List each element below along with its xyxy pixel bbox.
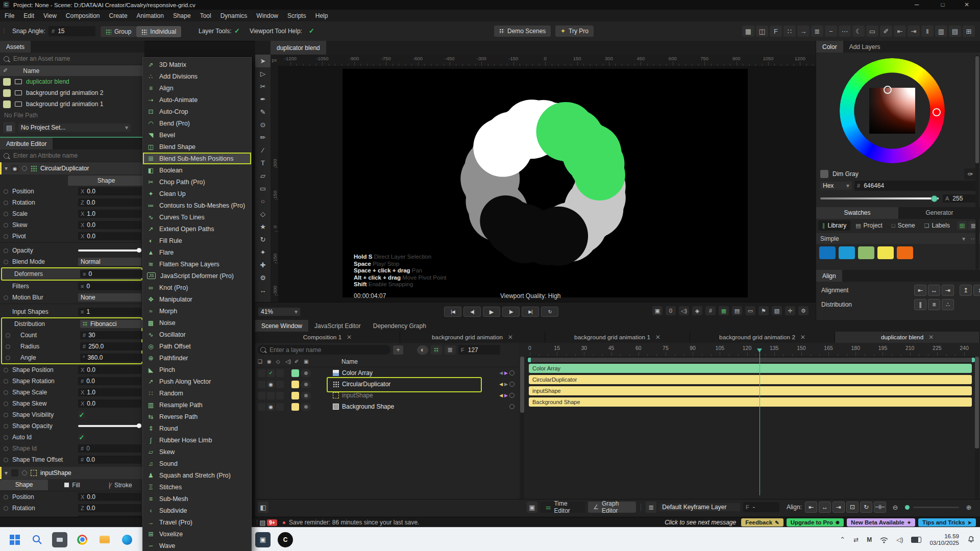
menu-item-sub-mesh[interactable]: ≡Sub-Mesh: [143, 493, 251, 505]
menu-item-auto-animate[interactable]: ⇢Auto-Animate: [143, 94, 251, 106]
rows-icon[interactable]: ▤: [949, 26, 961, 37]
attr-slider-shape-opacity[interactable]: [78, 425, 141, 427]
menu-tool[interactable]: Tool: [195, 10, 216, 21]
align-right-icon[interactable]: ⇥: [908, 26, 920, 37]
menu-item-knot-pro[interactable]: ∞Knot (Pro): [143, 282, 251, 293]
align-button-1[interactable]: ↔: [928, 285, 940, 296]
attr-field-shape-skew[interactable]: X0.0: [78, 399, 141, 408]
layer-visibility-toggle[interactable]: ◉: [267, 403, 275, 411]
grid-small-icon[interactable]: ⊞: [963, 26, 975, 37]
attr-field-rotation[interactable]: Z0.0: [78, 504, 141, 512]
tab-scene-window[interactable]: Scene Window: [255, 320, 308, 332]
panel-toggle-icon[interactable]: ◫: [756, 26, 768, 37]
menu-item-squash-and-stretch-pro[interactable]: ♟Squash and Stretch (Pro): [143, 469, 251, 481]
menu-item-skew[interactable]: ▱Skew: [143, 446, 251, 458]
alpha-field[interactable]: A: [943, 194, 976, 203]
rotate-tool-icon[interactable]: ↻: [255, 233, 271, 246]
composition-canvas[interactable]: Hold S Direct Layer SelectionSpace Play/…: [342, 69, 748, 297]
menu-scripts[interactable]: Scripts: [283, 10, 311, 21]
menu-item-blend-sub-mesh-positions[interactable]: ⊞Blend Sub-Mesh Positions: [143, 153, 251, 164]
messages-icon[interactable]: ▤: [258, 517, 267, 528]
save-reminder-message[interactable]: Save reminder: 86 minutes since your las…: [289, 519, 419, 526]
menu-item-auto-crop[interactable]: ⊡Auto-Crop: [143, 106, 251, 117]
attr-field-shape-time-offset[interactable]: #0.0: [78, 456, 141, 464]
footer-align-button-4[interactable]: ↻: [860, 502, 872, 513]
demo-scenes-button[interactable]: Demo Scenes: [494, 26, 551, 37]
attr-field-rotation[interactable]: Z0.0: [78, 198, 141, 207]
columns-icon[interactable]: ▥: [935, 26, 947, 37]
tab-swatches[interactable]: Swatches: [816, 207, 898, 219]
layer-color-swatch[interactable]: [291, 392, 299, 399]
snap-angle-field[interactable]: #: [48, 26, 95, 36]
message-count-badge[interactable]: 9+: [267, 519, 277, 526]
close-tab-icon[interactable]: ✕: [655, 334, 660, 341]
layer-search[interactable]: [258, 345, 390, 355]
align-left-icon[interactable]: ⇤: [894, 26, 906, 37]
layer-tools-checkbox[interactable]: ✓: [234, 27, 240, 35]
range-start-handle[interactable]: [528, 358, 531, 362]
attribute-search[interactable]: [0, 149, 144, 162]
minimize-button[interactable]: ─: [905, 0, 928, 10]
keyframe-dot[interactable]: [4, 234, 8, 239]
render-icon[interactable]: ▣: [652, 306, 663, 315]
pen-tablet-icon[interactable]: ✐: [880, 26, 892, 37]
polygon-tool-icon[interactable]: ◇: [255, 208, 271, 220]
layer-color-swatch[interactable]: [291, 369, 299, 377]
menu-shape[interactable]: Shape: [168, 10, 195, 21]
layer-toggle[interactable]: [301, 403, 311, 411]
tab-color[interactable]: Color: [816, 41, 843, 53]
search-button[interactable]: [30, 532, 45, 547]
go-to-end-button[interactable]: ▶|: [522, 307, 539, 317]
app-icon-monitor[interactable]: [52, 532, 67, 547]
menu-item-flare[interactable]: ▲Flare: [143, 246, 251, 258]
export-arrow-icon[interactable]: →: [797, 26, 810, 37]
pan-tool-icon[interactable]: ↔: [255, 284, 271, 297]
next-frame-button[interactable]: |▶: [502, 307, 520, 317]
menu-item-push-along-vector[interactable]: ↗Push Along Vector: [143, 375, 251, 387]
tab-javascript-editor[interactable]: JavaScript Editor: [308, 320, 367, 332]
editor-mode-icon[interactable]: ▣: [527, 502, 537, 513]
next-message-link[interactable]: Click to see next message: [665, 519, 736, 526]
visibility-column-icon[interactable]: ◉: [267, 359, 276, 364]
pencil-tool-icon[interactable]: ✏: [255, 131, 271, 144]
filter-list-icon[interactable]: ≣: [445, 345, 456, 355]
next-keyframe-icon[interactable]: ▶: [504, 382, 508, 387]
attr-field-count[interactable]: #30: [80, 331, 143, 339]
text-tool-icon[interactable]: T: [255, 157, 271, 169]
menu-item-bend-pro[interactable]: ◠Bend (Pro): [143, 117, 251, 129]
time-editor-button[interactable]: ⚌ Time Editor: [541, 502, 585, 513]
frame-region-icon[interactable]: F: [770, 26, 782, 37]
menu-item-javascript-deformer-pro[interactable]: JSJavaScript Deformer (Pro): [143, 270, 251, 282]
comp-tab-background-grid-animation[interactable]: background grid animation✕: [400, 332, 545, 343]
line-tool-icon[interactable]: ∕: [255, 144, 271, 157]
project-select[interactable]: No Project Set... ▾: [18, 123, 131, 132]
prev-frame-button[interactable]: ◀|: [463, 307, 481, 317]
keyframe-dot[interactable]: [4, 435, 8, 440]
swatch-2[interactable]: [839, 246, 855, 259]
tab-generator[interactable]: Generator: [898, 207, 980, 219]
volume-icon[interactable]: ◁): [896, 536, 903, 543]
attr-select-distribution[interactable]: Fibonacci: [80, 320, 143, 328]
keyframe-dot[interactable]: [4, 495, 8, 499]
keyframe-layer-icon[interactable]: ≣: [646, 502, 656, 513]
inputshape-tab-shape[interactable]: Shape: [0, 480, 48, 490]
attr-field-deformers[interactable]: ≡0: [80, 270, 143, 278]
hex-input[interactable]: [863, 182, 974, 190]
menu-item-fill-rule[interactable]: ◐Fill Rule: [143, 235, 251, 246]
align-button-4[interactable]: ↕: [973, 285, 980, 296]
go-to-start-button[interactable]: |◀: [444, 307, 461, 317]
distribute-icon[interactable]: ‖: [921, 26, 934, 37]
footer-align-button-1[interactable]: ↔: [819, 502, 831, 513]
asset-item-background-grid-animation-1[interactable]: background grid animation 1: [0, 98, 144, 110]
render-column-icon[interactable]: ◇: [276, 359, 285, 364]
wifi-icon[interactable]: [880, 536, 888, 543]
menu-item-boolean[interactable]: ◧Boolean: [143, 164, 251, 176]
layer-toggle[interactable]: [301, 369, 311, 377]
distribute-button-1[interactable]: ≡: [928, 299, 940, 310]
swatch-1[interactable]: [819, 246, 836, 259]
scissors-tool-icon[interactable]: ✂: [255, 80, 271, 93]
layout-grid-icon[interactable]: ▦: [742, 26, 754, 37]
menu-item-manipulator[interactable]: ✥Manipulator: [143, 293, 251, 305]
asset-search-input[interactable]: [12, 55, 141, 63]
attr-field-pivot[interactable]: X0.0: [78, 232, 141, 240]
